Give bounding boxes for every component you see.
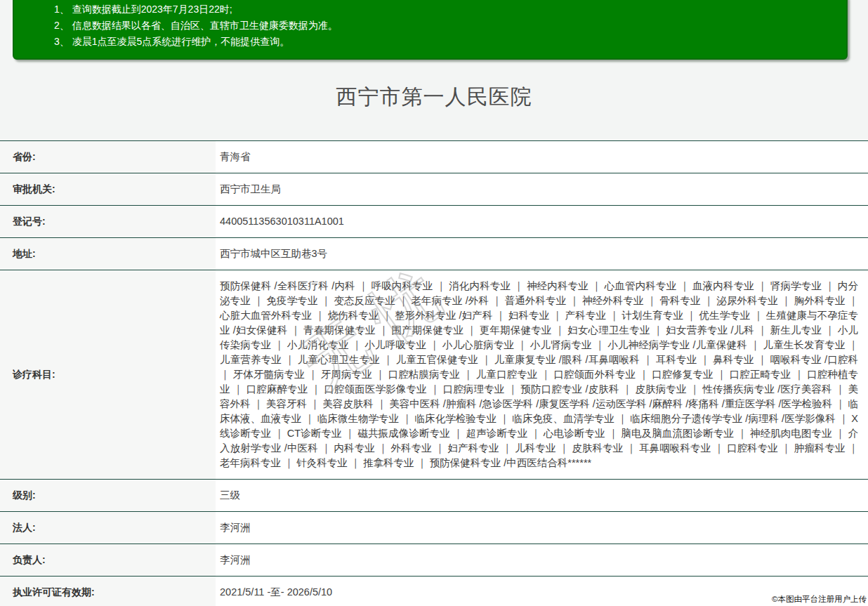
notice-line-1: 1、 查询数据截止到2023年7月23日22时; xyxy=(54,1,832,18)
table-row-license-validity: 执业许可证有效期: 2021/5/11 -至- 2026/5/10 xyxy=(0,577,868,606)
table-row-approval-authority: 审批机关: 西宁市卫生局 xyxy=(0,173,868,206)
row-label: 诊疗科目: xyxy=(0,270,216,480)
table-row-address: 地址: 西宁市城中区互助巷3号 xyxy=(0,238,868,270)
row-label: 级别: xyxy=(0,480,216,512)
row-label: 省份: xyxy=(0,141,216,173)
row-value: 三级 xyxy=(216,480,868,512)
row-value: 西宁市卫生局 xyxy=(216,173,868,206)
row-value: 预防保健科 /全科医疗科 /内科 ｜ 呼吸内科专业 ｜ 消化内科专业 ｜ 神经内… xyxy=(216,270,868,480)
row-label: 审批机关: xyxy=(0,173,216,206)
table-row-person-in-charge: 负责人: 李河洲 xyxy=(0,544,868,577)
page-title: 西宁市第一人民医院 xyxy=(0,83,868,112)
row-value: 2021/5/11 -至- 2026/5/10 xyxy=(216,577,868,606)
table-row-level: 级别: 三级 xyxy=(0,480,868,512)
row-label: 登记号: xyxy=(0,206,216,238)
notice-line-3: 3、 凌晨1点至凌晨5点系统进行维护，不能提供查询。 xyxy=(54,34,832,50)
row-label: 执业许可证有效期: xyxy=(0,577,216,606)
row-label: 法人: xyxy=(0,512,216,544)
notice-banner: 1、 查询数据截止到2023年7月23日22时; 2、 信息数据结果以各省、自治… xyxy=(13,0,848,60)
row-value: 西宁市城中区互助巷3号 xyxy=(216,238,868,270)
row-value: 青海省 xyxy=(216,141,868,173)
row-value: 44005113563010311A1001 xyxy=(216,206,868,238)
notice-line-2: 2、 信息数据结果以各省、自治区、直辖市卫生健康委数据为准。 xyxy=(54,18,832,34)
row-label: 地址: xyxy=(0,238,216,270)
row-value: 李河洲 xyxy=(216,544,868,577)
row-value: 李河洲 xyxy=(216,512,868,544)
table-row-departments: 诊疗科目: 预防保健科 /全科医疗科 /内科 ｜ 呼吸内科专业 ｜ 消化内科专业… xyxy=(0,270,868,480)
table-row-province: 省份: 青海省 xyxy=(0,141,868,173)
image-credit: ©本图由平台注册用户上传 xyxy=(772,594,867,605)
table-row-legal-person: 法人: 李河洲 xyxy=(0,512,868,544)
table-row-registration-number: 登记号: 44005113563010311A1001 xyxy=(0,206,868,238)
row-label: 负责人: xyxy=(0,544,216,577)
info-table: 省份: 青海省 审批机关: 西宁市卫生局 登记号: 44005113563010… xyxy=(0,140,868,606)
